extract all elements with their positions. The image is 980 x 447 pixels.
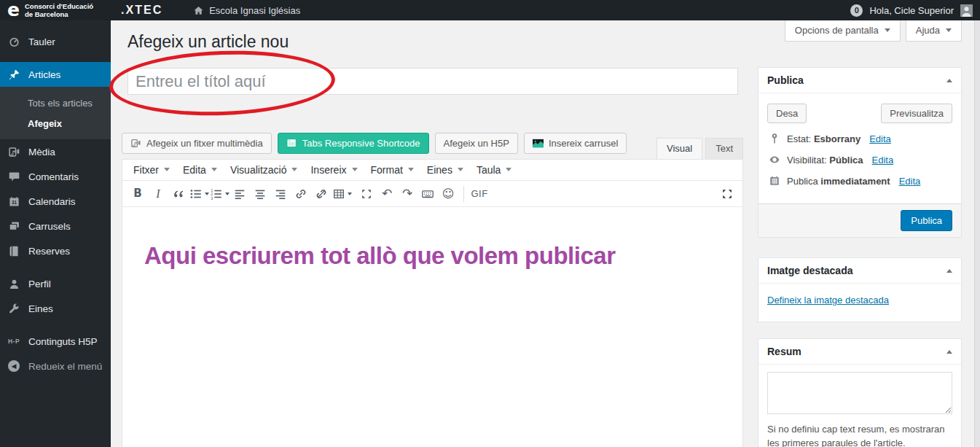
featured-image-panel-header[interactable]: Imatge destacada — [758, 258, 961, 284]
sidebar-item-collapse-menu[interactable]: ◀ Redueix el menú — [0, 354, 111, 378]
menubar-item-taula[interactable]: Taula — [470, 161, 518, 179]
keyboard-shortcuts-button[interactable] — [418, 184, 438, 203]
collapse-menu-icon: ◀ — [7, 360, 21, 372]
excerpt-panel-header[interactable]: Resum — [758, 339, 961, 365]
menubar-item-insereix[interactable]: Insereix — [304, 161, 364, 179]
comments-count-bubble[interactable]: 0 — [850, 4, 863, 17]
fullscreen-button[interactable] — [717, 184, 737, 203]
table-button[interactable] — [332, 184, 352, 203]
tabs-shortcode-button[interactable]: Tabs Responsive Shortcode — [278, 133, 429, 154]
consorci-line2: de Barcelona — [25, 10, 93, 18]
set-featured-image-link[interactable]: Defineix la imatge destacada — [767, 295, 889, 306]
blockquote-button[interactable] — [168, 184, 189, 203]
italic-button[interactable]: I — [148, 184, 168, 203]
consorci-label[interactable]: Consorci d'Educació de Barcelona — [25, 2, 93, 19]
admin-bar: e Consorci d'Educació de Barcelona .XTEC… — [0, 0, 980, 20]
menubar-item-eines[interactable]: Eines — [420, 161, 470, 179]
sidebar-subitem-afegeix[interactable]: Afegeix — [0, 113, 111, 133]
screen-options-label: Opcions de pantalla — [795, 25, 879, 36]
chevron-down-icon — [946, 28, 952, 35]
featured-image-panel-title: Imatge destacada — [767, 265, 853, 276]
sidebar-item-reserves[interactable]: Reserves — [0, 238, 111, 263]
status-label: Estat: — [787, 133, 811, 144]
site-menu[interactable]: Escola Ignasi Iglésias — [193, 5, 300, 16]
add-media-button[interactable]: Afegeix un fitxer multimèdia — [122, 133, 272, 154]
sidebar-item-tauler[interactable]: Tauler — [0, 29, 111, 54]
post-status-icon — [769, 133, 780, 144]
sidebar-item-eines[interactable]: Eines — [0, 296, 111, 321]
edit-visibility-link[interactable]: Edita — [872, 155, 894, 166]
align-center-icon — [254, 187, 267, 201]
dashboard-icon — [7, 36, 21, 48]
sidebar-item-carrusels[interactable]: Carrusels — [0, 214, 111, 238]
bold-button[interactable]: B — [128, 184, 148, 203]
publish-actions-row: Desa Previsualitza — [767, 104, 952, 123]
redo-button[interactable]: ↷ — [397, 184, 418, 203]
menubar-item-visualitzacio[interactable]: Visualització — [224, 161, 305, 179]
menubar-item-edita[interactable]: Edita — [176, 161, 224, 179]
tab-visual[interactable]: Visual — [656, 138, 702, 159]
tab-text[interactable]: Text — [705, 138, 743, 159]
link-icon — [294, 187, 307, 201]
insert-carousel-button[interactable]: Insereix carrusel — [524, 133, 627, 154]
editor-content-area[interactable]: Aqui escriurem tot allò que volem public… — [122, 207, 742, 447]
distraction-free-button[interactable] — [356, 184, 377, 203]
undo-button[interactable]: ↶ — [377, 184, 397, 203]
sidebar-item-comentaris[interactable]: Comentaris — [0, 164, 111, 189]
screen-controls: Opcions de pantalla Ajuda — [785, 20, 962, 42]
consorci-logo-icon[interactable]: e — [7, 1, 20, 19]
emoji-button[interactable]: ☺ — [438, 184, 458, 203]
editor-menubar: Fitxer Edita Visualització Insereix Form… — [122, 160, 742, 181]
edit-status-link[interactable]: Edita — [869, 133, 891, 144]
chevron-down-icon — [885, 28, 890, 35]
align-right-icon — [274, 187, 287, 201]
publish-button[interactable]: Publica — [901, 210, 952, 231]
xtec-logo[interactable]: .XTEC — [121, 4, 162, 17]
chevron-down-icon — [348, 193, 352, 198]
chevron-down-icon — [352, 168, 358, 174]
vertical-scrollbar[interactable] — [974, 20, 980, 447]
sidebar-item-calendaris[interactable]: 31 Calendaris — [0, 189, 111, 214]
align-left-icon — [233, 187, 246, 201]
align-right-button[interactable] — [270, 184, 291, 203]
sidebar-item-continguts-h5p[interactable]: H-P Continguts H5P — [0, 329, 111, 354]
menubar-label: Insereix — [310, 164, 346, 176]
add-h5p-button[interactable]: Afegeix un H5P — [435, 133, 518, 154]
publish-panel-header[interactable]: Publica — [758, 68, 961, 93]
collapse-panel-icon — [946, 266, 952, 273]
sidebar-item-media[interactable]: Mèdia — [0, 139, 111, 164]
numbered-list-button[interactable]: 123 — [209, 184, 230, 203]
remove-link-button[interactable] — [311, 184, 332, 203]
align-left-button[interactable] — [230, 184, 250, 203]
right-column: Publica Desa Previsualitza Estat: Esborr… — [758, 67, 962, 447]
excerpt-textarea[interactable] — [767, 372, 952, 414]
status-text: Estat: Esborrany — [787, 133, 861, 144]
screen-options-button[interactable]: Opcions de pantalla — [785, 20, 901, 42]
calendar-icon — [769, 175, 780, 187]
chevron-down-icon — [211, 168, 217, 174]
save-draft-button[interactable]: Desa — [767, 104, 807, 123]
avatar[interactable] — [960, 4, 973, 17]
collapse-panel-icon — [946, 76, 952, 82]
help-button[interactable]: Ajuda — [906, 20, 962, 42]
post-title-input[interactable] — [128, 68, 738, 95]
help-label: Ajuda — [916, 25, 940, 36]
bulleted-list-button[interactable] — [189, 184, 209, 203]
sidebar-subitem-tots-els-articles[interactable]: Tots els articles — [0, 93, 111, 113]
menubar-item-fitxer[interactable]: Fitxer — [127, 161, 176, 179]
sidebar-item-perfil[interactable]: Perfil — [0, 271, 111, 296]
editor-toolbar-top: Afegeix un fitxer multimèdia Tabs Respon… — [122, 131, 743, 159]
account-greeting[interactable]: Hola, Cicle Superior — [869, 5, 954, 16]
preview-button[interactable]: Previsualitza — [881, 104, 952, 123]
sidebar-item-articles[interactable]: Articles — [0, 62, 111, 87]
gif-button[interactable]: GIF — [469, 184, 490, 203]
gif-label: GIF — [471, 188, 487, 199]
align-center-button[interactable] — [250, 184, 270, 203]
menubar-item-format[interactable]: Format — [364, 161, 420, 179]
excerpt-panel: Resum Si no definiu cap text resum, es m… — [758, 338, 962, 447]
edit-schedule-link[interactable]: Edita — [899, 176, 921, 187]
sidebar-item-label: Mèdia — [28, 147, 55, 158]
editor-toolbar: B I 123 — [122, 181, 742, 207]
home-icon — [193, 5, 204, 16]
insert-link-button[interactable] — [291, 184, 311, 203]
